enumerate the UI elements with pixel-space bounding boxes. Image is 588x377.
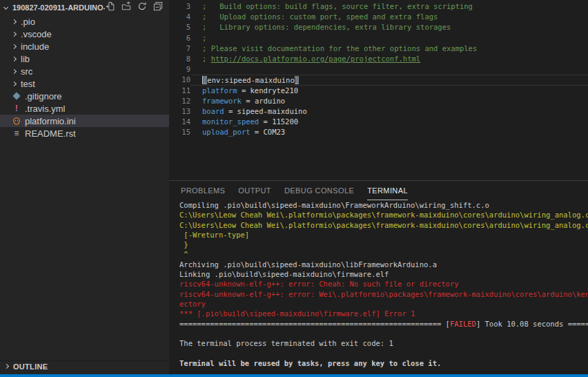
file-label: lib [21, 54, 30, 64]
file-label: .travis.yml [25, 104, 66, 114]
refresh-explorer-button[interactable] [137, 2, 148, 13]
sidebar-item-travis-yml[interactable]: !.travis.yml [0, 102, 169, 115]
code-token: sipeed-maixduino [237, 107, 307, 115]
file-label: .vscode [21, 29, 52, 39]
code-token: ; [202, 34, 206, 42]
code-line-content[interactable]: ; http://docs.platformio.org/page/projec… [190, 54, 588, 64]
terminal-line: C:\Users\Leow Cheah Wei\.platformio\pack… [179, 210, 588, 220]
sidebar-item-readme-rst[interactable]: ≡README.rst [0, 127, 169, 139]
code-line-content[interactable]: ; [190, 33, 588, 44]
travis-icon-glyph: ! [15, 104, 18, 113]
new-file-icon [106, 1, 115, 14]
code-line-content[interactable]: monitor_speed = 115200 [190, 117, 588, 127]
code-line-content[interactable] [190, 64, 588, 75]
line-number: 14 [169, 117, 190, 127]
sidebar-item-gitignore[interactable]: .gitignore [0, 90, 169, 102]
sidebar-item-vscode[interactable]: .vscode [0, 28, 169, 40]
sidebar-item-src[interactable]: src [0, 65, 169, 77]
terminal-text: riscv64-unknown-elf-g++: error: Cheah: N… [179, 280, 459, 288]
code-line: 7; Please visit documentation for the ot… [169, 44, 588, 54]
code-token: = [251, 128, 264, 136]
git-icon [12, 93, 21, 99]
chevron-right-icon [12, 44, 17, 48]
travis-icon: ! [12, 104, 21, 113]
file-label: platformio.ini [25, 116, 76, 126]
code-line: 8; http://docs.platformio.org/page/proje… [169, 54, 588, 64]
terminal-text: [-Wreturn-type] [179, 231, 249, 239]
code-line: 9 [169, 64, 588, 75]
platformio-icon [12, 117, 21, 126]
terminal-line: riscv64-unknown-elf-g++: error: Wei\.pla… [179, 289, 588, 299]
chevron-right-icon [4, 364, 9, 369]
line-number: 8 [169, 54, 190, 64]
line-number: 13 [169, 106, 190, 117]
file-tree: .pio.vscodeincludelibsrctest.gitignore!.… [0, 15, 169, 139]
code-token: ; Upload options: custom port, speed and… [202, 12, 438, 21]
panel-tab-output[interactable]: OUTPUT [238, 181, 271, 200]
code-token: env:sipeed-maixduino [207, 76, 294, 84]
terminal-line: Linking .pio\build\sipeed-maixduino\firm… [179, 269, 588, 279]
new-folder-icon [121, 1, 131, 14]
explorer-section-header[interactable]: 190827-020911-ARDUINO-BLI... [0, 0, 169, 15]
code-line-content[interactable]: framework = arduino [190, 96, 588, 106]
terminal-text: Linking .pio\build\sipeed-maixduino\firm… [179, 270, 389, 278]
terminal-text: Compiling .pio\build\sipeed-maixduino\Fr… [179, 201, 489, 209]
chevron-right-icon [12, 68, 17, 73]
terminal-line: riscv64-unknown-elf-g++: error: Cheah: N… [179, 279, 588, 289]
terminal-text: ^ [179, 250, 188, 258]
collapse-folders-button[interactable] [153, 2, 164, 13]
terminal-text: riscv64-unknown-elf-g++: error: Wei\.pla… [179, 290, 588, 298]
line-number: 11 [169, 86, 190, 96]
terminal-line: ========================================… [179, 319, 588, 329]
vscode-window: 190827-020911-ARDUINO-BLI... .pio.vscode… [0, 0, 588, 377]
line-number: 4 [169, 12, 190, 22]
terminal-line: Compiling .pio\build\sipeed-maixduino\Fr… [179, 200, 588, 210]
line-number: 12 [169, 96, 190, 106]
code-line-content[interactable]: ; Build options: build flags, source fil… [190, 1, 588, 12]
readme-icon: ≡ [12, 129, 21, 137]
sidebar-item-lib[interactable]: lib [0, 52, 169, 65]
code-line-content[interactable]: ; Library options: dependencies, extra l… [190, 22, 588, 32]
code-line-content[interactable]: [env:sipeed-maixduino] [190, 75, 588, 85]
terminal-output[interactable]: Compiling .pio\build\sipeed-maixduino\Fr… [169, 200, 588, 368]
code-token: ] [295, 76, 299, 84]
line-number: 3 [169, 1, 190, 12]
line-number: 10 [169, 75, 190, 85]
code-line: 4; Upload options: custom port, speed an… [169, 12, 588, 22]
outline-section-header[interactable]: OUTLINE [0, 360, 169, 371]
new-file-button[interactable] [105, 2, 116, 13]
line-number: 6 [169, 33, 190, 44]
code-line-content[interactable]: ; Upload options: custom port, speed and… [190, 12, 588, 22]
sidebar-item-include[interactable]: include [0, 40, 169, 52]
terminal-text: Terminal will be reused by tasks, press … [179, 359, 441, 367]
terminal-text: ========================================… [179, 320, 450, 328]
code-line-content[interactable]: ; Please visit documentation for the oth… [190, 44, 588, 54]
code-line-content[interactable]: upload_port = COM23 [190, 127, 588, 137]
line-number: 15 [169, 127, 190, 137]
status-bar [0, 374, 588, 377]
code-line-content[interactable]: board = sipeed-maixduino [190, 106, 588, 117]
explorer-sidebar: 190827-020911-ARDUINO-BLI... .pio.vscode… [0, 0, 169, 374]
panel-tab-debug-console[interactable]: DEBUG CONSOLE [284, 181, 354, 200]
terminal-line: ectory [179, 299, 588, 309]
code-line: 5; Library options: dependencies, extra … [169, 22, 588, 32]
terminal-line [179, 329, 588, 338]
panel-tab-problems[interactable]: PROBLEMS [181, 181, 225, 200]
sidebar-item-pio[interactable]: .pio [0, 15, 169, 28]
panel-tab-terminal[interactable]: TERMINAL [367, 181, 408, 200]
code-line: 12framework = arduino [169, 96, 588, 106]
terminal-line [179, 348, 588, 358]
file-label: test [21, 79, 35, 89]
chevron-right-icon [12, 31, 17, 36]
sidebar-item-test[interactable]: test [0, 77, 169, 90]
code-token: ; Library options: dependencies, extra l… [202, 23, 451, 31]
code-token: arduino [255, 97, 285, 105]
new-folder-button[interactable] [121, 2, 132, 13]
sidebar-item-platformio-ini[interactable]: platformio.ini [0, 115, 169, 127]
code-line-content[interactable]: platform = kendryte210 [190, 86, 588, 96]
terminal-line: ^ [179, 249, 588, 259]
code-editor[interactable]: 3; Build options: build flags, source fi… [169, 0, 588, 180]
terminal-text: FAILED [450, 320, 476, 328]
chevron-right-icon [12, 81, 17, 86]
terminal-text: ] Took 10.08 seconds ===================… [476, 320, 588, 328]
